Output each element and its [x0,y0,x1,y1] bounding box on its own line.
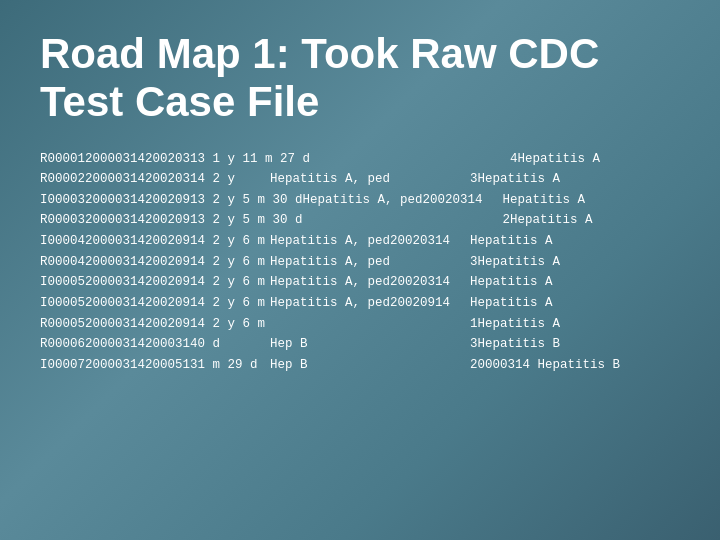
table-row: R000062000031420003140 d Hep B 3Hepatiti… [40,334,680,355]
row-mid: Hepatitis A, ped20020314 [270,272,470,293]
table-row: I000052000031420020914 2 y 6 m Hepatitis… [40,272,680,293]
table-row: I000072000031420005131 m 29 d Hep B 2000… [40,355,680,376]
row-id: R000022000031420020314 2 y [40,169,270,190]
data-table: R000012000031420020313 1 y 11 m 27 d 4He… [40,149,680,376]
row-mid: Hepatitis A, ped [270,252,470,273]
row-mid: Hep B [270,355,470,376]
row-right: 4Hepatitis A [510,149,600,170]
table-row: R000052000031420020914 2 y 6 m 1Hepatiti… [40,314,680,335]
row-right: 3Hepatitis A [470,169,560,190]
row-id: I000072000031420005131 m 29 d [40,355,270,376]
row-mid: Hepatitis A, ped [270,169,470,190]
row-mid: Hepatitis A, ped20020314 [303,190,503,211]
row-id: I000042000031420020914 2 y 6 m [40,231,270,252]
page-title: Road Map 1: Took Raw CDC Test Case File [40,30,680,127]
row-right: 3Hepatitis A [470,252,560,273]
table-row: I000042000031420020914 2 y 6 m Hepatitis… [40,231,680,252]
title-line1: Road Map 1: Took Raw CDC [40,30,680,78]
row-right: Hepatitis A [470,272,553,293]
title-line2: Test Case File [40,78,680,126]
table-row: R000042000031420020914 2 y 6 m Hepatitis… [40,252,680,273]
row-id: I000052000031420020914 2 y 6 m [40,272,270,293]
row-right: Hepatitis A [470,293,553,314]
main-container: Road Map 1: Took Raw CDC Test Case File … [0,0,720,395]
row-right: 3Hepatitis B [470,334,560,355]
table-row: I000032000031420020913 2 y 5 m 30 d Hepa… [40,190,680,211]
row-id: I000052000031420020914 2 y 6 m [40,293,270,314]
table-row: I000052000031420020914 2 y 6 m Hepatitis… [40,293,680,314]
row-id: I000032000031420020913 2 y 5 m 30 d [40,190,303,211]
table-row: R000012000031420020313 1 y 11 m 27 d 4He… [40,149,680,170]
row-mid: Hepatitis A, ped20020914 [270,293,470,314]
row-right: 2Hepatitis A [503,210,593,231]
row-id: R000062000031420003140 d [40,334,270,355]
row-right: 20000314 Hepatitis B [470,355,620,376]
row-mid: Hep B [270,334,470,355]
row-id: R000042000031420020914 2 y 6 m [40,252,270,273]
row-right: 1Hepatitis A [470,314,560,335]
table-row: R000022000031420020314 2 y Hepatitis A, … [40,169,680,190]
table-row: R000032000031420020913 2 y 5 m 30 d 2Hep… [40,210,680,231]
row-id: R000012000031420020313 1 y 11 m 27 d [40,149,310,170]
row-right: Hepatitis A [503,190,586,211]
row-mid: Hepatitis A, ped20020314 [270,231,470,252]
row-id: R000032000031420020913 2 y 5 m 30 d [40,210,303,231]
row-right: Hepatitis A [470,231,553,252]
row-id: R000052000031420020914 2 y 6 m [40,314,270,335]
